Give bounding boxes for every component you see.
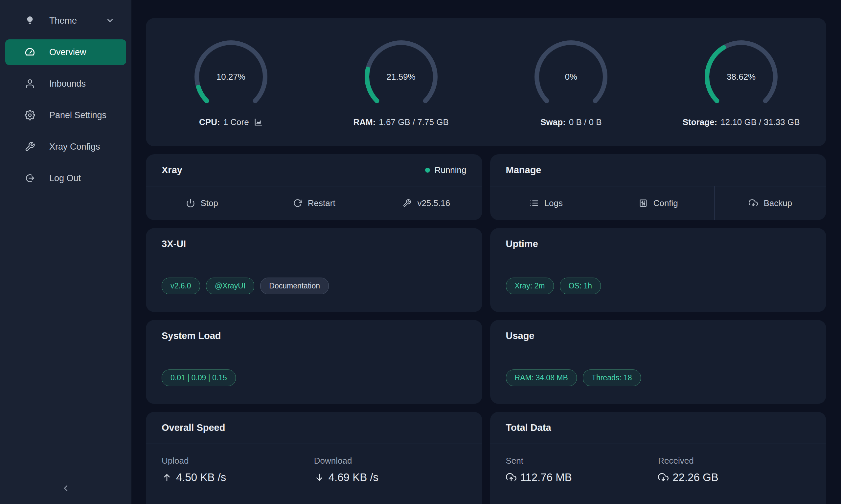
sidebar-item-theme[interactable]: Theme — [5, 8, 126, 34]
received-label: Received — [658, 456, 810, 466]
overall-speed-card-title: Overall Speed — [161, 422, 225, 433]
sent-label: Sent — [506, 456, 658, 466]
storage-caption: Storage: 12.10 GB / 31.33 GB — [683, 117, 800, 127]
xray-card-title: Xray — [161, 165, 182, 176]
xui-card-title: 3X-UI — [161, 238, 186, 249]
restart-icon — [293, 198, 303, 208]
sidebar-item-inbounds[interactable]: Inbounds — [5, 71, 126, 96]
cpu-percent: 10.27% — [191, 72, 270, 82]
total-data-card-title: Total Data — [506, 422, 551, 433]
upload-label: Upload — [161, 456, 314, 466]
received-value: 22.26 GB — [672, 471, 718, 484]
sidebar-item-label: Log Out — [49, 173, 81, 183]
sidebar-item-xray-configs[interactable]: Xray Configs — [5, 134, 126, 160]
sidebar-item-logout[interactable]: Log Out — [5, 165, 126, 191]
uptime-card-title: Uptime — [506, 238, 538, 249]
download-stat: Download 4.69 KB /s — [314, 456, 466, 484]
restart-button[interactable]: Restart — [258, 186, 370, 220]
sent-value: 112.76 MB — [520, 471, 572, 484]
gear-icon — [24, 110, 35, 121]
system-gauges-card: 10.27% CPU: 1 Core 21.59% — [146, 18, 826, 146]
overall-speed-card: Overall Speed Upload 4.50 KB /s — [146, 412, 482, 504]
cpu-caption: CPU: 1 Core — [199, 117, 263, 127]
sidebar-item-label: Overview — [49, 47, 86, 57]
dashboard-icon — [24, 47, 35, 58]
load-average-tag: 0.01 | 0.09 | 0.15 — [161, 370, 236, 386]
arrow-down-icon — [314, 472, 325, 483]
system-load-card: System Load 0.01 | 0.09 | 0.15 — [146, 320, 482, 404]
user-icon — [24, 78, 35, 89]
arrow-up-icon — [161, 472, 172, 483]
swap-caption: Swap: 0 B / 0 B — [540, 117, 601, 127]
sidebar: Theme Overview Inbounds Panel Set — [0, 0, 132, 504]
download-value: 4.69 KB /s — [328, 471, 378, 484]
received-stat: Received 22.26 GB — [658, 456, 810, 484]
gauge-cpu: 10.27% CPU: 1 Core — [146, 37, 316, 127]
bulb-icon — [24, 15, 35, 26]
ram-caption: RAM: 1.67 GB / 7.75 GB — [353, 117, 448, 127]
ram-percent: 21.59% — [362, 72, 441, 82]
total-data-card: Total Data Sent 112.76 MB — [490, 412, 826, 504]
area-chart-icon[interactable] — [254, 118, 263, 127]
xray-status: Running — [425, 165, 466, 175]
upload-stat: Upload 4.50 KB /s — [161, 456, 314, 484]
wrench-icon — [402, 198, 412, 208]
xray-version-button[interactable]: v25.5.16 — [370, 186, 482, 220]
cloud-backup-icon — [748, 198, 758, 208]
sidebar-item-label: Xray Configs — [49, 142, 100, 152]
gauge-ram: 21.59% RAM: 1.67 GB / 7.75 GB — [316, 37, 486, 127]
download-label: Download — [314, 456, 466, 466]
storage-percent: 38.62% — [702, 72, 780, 82]
sidebar-item-label: Inbounds — [49, 79, 86, 89]
wrench-icon — [24, 141, 35, 152]
cloud-upload-icon — [506, 472, 516, 483]
gauge-swap: 0% Swap: 0 B / 0 B — [486, 37, 656, 127]
power-icon — [186, 198, 195, 208]
stop-button[interactable]: Stop — [146, 186, 258, 220]
xrayui-tag[interactable]: @XrayUI — [206, 277, 255, 294]
sidebar-item-panel-settings[interactable]: Panel Settings — [5, 102, 126, 128]
logout-icon — [24, 173, 35, 184]
uptime-card: Uptime Xray: 2m OS: 1h — [490, 228, 826, 312]
documentation-tag[interactable]: Documentation — [260, 277, 329, 294]
sidebar-collapse-button[interactable] — [56, 479, 75, 498]
version-tag[interactable]: v2.6.0 — [161, 277, 200, 294]
chevron-left-icon — [61, 483, 71, 493]
upload-value: 4.50 KB /s — [176, 471, 226, 484]
config-button[interactable]: Config — [602, 186, 714, 220]
usage-card-title: Usage — [506, 330, 534, 341]
running-status-dot — [425, 168, 430, 173]
sent-stat: Sent 112.76 MB — [506, 456, 658, 484]
swap-percent: 0% — [532, 72, 611, 82]
xray-status-label: Running — [435, 165, 466, 175]
gauge-storage: 38.62% Storage: 12.10 GB / 31.33 GB — [656, 37, 826, 127]
cloud-download-icon — [658, 472, 669, 483]
backup-button[interactable]: Backup — [714, 186, 826, 220]
sliders-icon — [638, 198, 648, 208]
system-load-card-title: System Load — [161, 330, 221, 341]
sidebar-item-label: Panel Settings — [49, 110, 106, 121]
usage-card: Usage RAM: 34.08 MB Threads: 18 — [490, 320, 826, 404]
os-uptime-tag: OS: 1h — [560, 277, 601, 294]
xray-uptime-tag: Xray: 2m — [506, 277, 554, 294]
sidebar-item-overview[interactable]: Overview — [5, 39, 126, 65]
threads-tag: Threads: 18 — [583, 370, 641, 386]
manage-card-title: Manage — [506, 165, 542, 176]
xui-card: 3X-UI v2.6.0 @XrayUI Documentation — [146, 228, 482, 312]
logs-button[interactable]: Logs — [490, 186, 602, 220]
main-content: 10.27% CPU: 1 Core 21.59% — [132, 0, 841, 504]
sidebar-item-label: Theme — [49, 16, 77, 26]
xray-card: Xray Running Stop — [146, 154, 482, 220]
list-icon — [529, 198, 539, 208]
chevron-down-icon — [106, 16, 114, 25]
ram-usage-tag: RAM: 34.08 MB — [506, 370, 577, 386]
manage-card: Manage Logs — [490, 154, 826, 220]
